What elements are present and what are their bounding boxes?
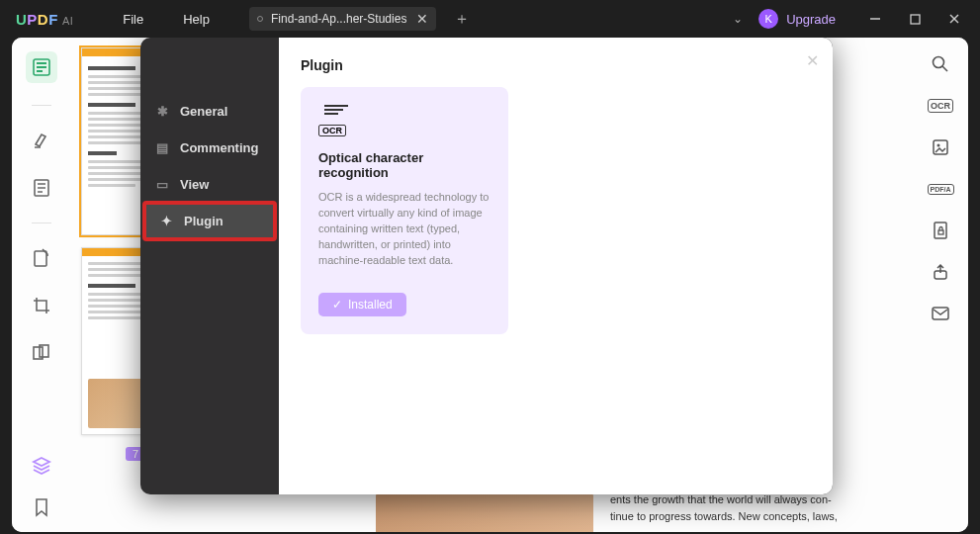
svg-rect-6	[37, 66, 46, 68]
bookmark-ribbon-tool[interactable]	[29, 494, 54, 520]
minimize-button[interactable]	[855, 4, 895, 34]
separator	[32, 222, 51, 223]
pdfa-icon: PDF/A	[928, 184, 954, 195]
crop-tool[interactable]	[29, 293, 54, 318]
layers-icon	[31, 455, 52, 477]
upgrade-button[interactable]: K Upgrade	[758, 9, 836, 29]
svg-rect-7	[37, 70, 43, 72]
compare-tool[interactable]	[29, 340, 54, 366]
separator	[32, 105, 51, 106]
settings-nav-general[interactable]: ✱ General	[140, 93, 279, 130]
right-toolbar: OCR PDF/A	[913, 38, 968, 532]
search-icon	[932, 55, 949, 73]
close-tab-icon[interactable]: ✕	[416, 11, 428, 27]
mail-icon	[932, 307, 949, 320]
highlighter-icon	[32, 131, 51, 150]
lock-file-button[interactable]	[930, 220, 951, 241]
user-avatar: K	[758, 9, 778, 29]
plugin-card-ocr: OCR Optical character recognition OCR is…	[301, 87, 508, 334]
settings-nav-view[interactable]: ▭ View	[140, 166, 279, 203]
settings-nav-commenting[interactable]: ▤ Commenting	[140, 130, 279, 166]
settings-content: Plugin OCR Optical character recognition…	[279, 38, 833, 494]
highlight-tool[interactable]	[29, 128, 54, 153]
compare-icon	[32, 343, 51, 363]
left-toolbar-bottom	[12, 453, 71, 520]
view-icon: ▭	[154, 177, 170, 192]
settings-modal: ✕ ✱ General ▤ Commenting ▭ View ✦ Plugin…	[140, 38, 833, 494]
crop-icon	[32, 296, 51, 315]
document-text: ents the growth that the world will alwa…	[610, 491, 903, 526]
bookmark-tool[interactable]	[29, 175, 54, 201]
image-tool-button[interactable]	[930, 136, 951, 158]
bookmark-list-icon	[33, 178, 50, 198]
thumbnails-tool[interactable]	[26, 51, 57, 83]
minimize-icon	[869, 13, 881, 25]
maximize-button[interactable]	[895, 4, 935, 34]
settings-sidebar: ✱ General ▤ Commenting ▭ View ✦ Plugin	[140, 38, 279, 494]
chevron-down-icon[interactable]: ⌄	[733, 12, 743, 26]
menu-help[interactable]: Help	[163, 12, 229, 27]
clip-page-icon	[32, 248, 51, 268]
app-logo: U P D F AI	[16, 11, 73, 28]
document-tab[interactable]: Find-and-Ap...her-Studies ✕	[249, 7, 436, 31]
svg-point-19	[937, 144, 940, 147]
svg-rect-1	[911, 15, 920, 24]
tab-title: Find-and-Ap...her-Studies	[271, 12, 406, 26]
plugin-icon: ✦	[158, 214, 174, 228]
svg-line-17	[942, 66, 947, 71]
ocr-button[interactable]: OCR	[930, 95, 951, 117]
main-workspace: 7 OCR PDF/A ents the growth that the wor…	[12, 38, 968, 532]
search-button[interactable]	[930, 53, 951, 75]
layers-tool[interactable]	[29, 453, 54, 479]
add-tab-button[interactable]: ＋	[454, 9, 470, 30]
export-button[interactable]	[930, 261, 951, 283]
plugin-description: OCR is a widespread technology to conver…	[318, 190, 490, 269]
gear-icon: ✱	[154, 104, 170, 119]
settings-panel-title: Plugin	[301, 57, 811, 73]
document-image	[376, 492, 593, 532]
ocr-icon: OCR	[928, 99, 953, 113]
menu-file[interactable]: File	[103, 12, 163, 27]
file-lock-icon	[932, 221, 949, 240]
attachments-tool[interactable]	[29, 245, 54, 271]
thumbnails-icon	[33, 58, 50, 76]
svg-rect-5	[37, 62, 46, 64]
settings-nav-plugin[interactable]: ✦ Plugin	[144, 203, 275, 239]
ocr-plugin-icon: OCR	[318, 105, 354, 136]
bookmark-icon	[34, 497, 49, 517]
close-icon	[948, 13, 960, 25]
comment-icon: ▤	[154, 140, 170, 155]
check-icon: ✓	[332, 298, 342, 312]
upgrade-label: Upgrade	[786, 12, 836, 27]
image-sparkle-icon	[932, 138, 949, 156]
svg-rect-23	[933, 308, 948, 319]
window-controls	[855, 4, 974, 34]
svg-point-16	[934, 57, 944, 68]
svg-rect-13	[35, 251, 46, 266]
maximize-icon	[910, 14, 921, 25]
export-icon	[932, 263, 949, 281]
pdfa-button[interactable]: PDF/A	[930, 178, 951, 200]
mail-button[interactable]	[930, 303, 951, 324]
plugin-name: Optical character recognition	[318, 150, 490, 180]
svg-rect-21	[938, 230, 943, 234]
title-bar: U P D F AI File Help Find-and-Ap...her-S…	[0, 0, 980, 38]
close-window-button[interactable]	[935, 4, 974, 34]
installed-badge[interactable]: ✓ Installed	[318, 293, 406, 316]
tab-indicator-icon	[257, 16, 263, 22]
close-modal-button[interactable]: ✕	[806, 51, 819, 70]
